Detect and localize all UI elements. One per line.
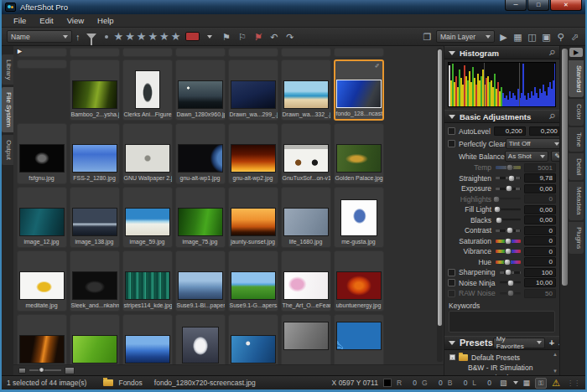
thumbnail-cell[interactable]: vista-wall...h-tree.jpg (70, 314, 120, 365)
layer-dropdown[interactable]: Main Layer (436, 30, 495, 43)
menu-view[interactable]: View (60, 14, 91, 27)
presets-filter-dropdown[interactable]: My Favorites (493, 338, 545, 348)
thumbnail-cell[interactable]: Drawn_wa...299_.jpg (228, 59, 278, 121)
slider-handle[interactable] (506, 164, 513, 172)
lock-icon[interactable]: ⚿ (535, 378, 547, 389)
exposure-slider[interactable] (496, 188, 521, 190)
thumbnail-cell[interactable]: GnuTuxSof...on-v1.jpg (281, 123, 331, 184)
thumbnail-cell-partial[interactable] (122, 48, 173, 57)
autolevel-value-1[interactable]: 0,200 (494, 126, 526, 136)
slider-handle[interactable] (505, 185, 512, 193)
saturation-slider[interactable] (496, 240, 521, 243)
white-balance-dropdown[interactable]: As Shot (505, 151, 548, 162)
slider-handle[interactable] (504, 258, 512, 266)
vibrance-value[interactable]: 0 (524, 247, 556, 256)
flag-icon[interactable]: ⚑ (221, 31, 231, 43)
preset-folder-row[interactable]: - Default Presets (449, 353, 558, 363)
slider-handle[interactable] (507, 174, 515, 182)
image-view-icon[interactable]: ▣ (541, 31, 552, 43)
menu-file[interactable]: File (7, 14, 33, 27)
contrast-value[interactable]: 0 (524, 226, 556, 235)
thumbnail-cell[interactable]: Bamboo_2...ysha.jpg (70, 59, 120, 121)
color-label-swatch[interactable] (185, 32, 200, 41)
add-preset-button[interactable]: + (549, 338, 554, 348)
thumbnail-cell[interactable]: me-gusta.jpg (334, 187, 384, 248)
fill-light-slider[interactable] (496, 209, 521, 211)
thumbnail-cell[interactable]: Suse9.1-G...apers.jpg (228, 250, 278, 312)
thumbnail-cell[interactable]: life_1680.jpg (281, 187, 331, 248)
sidebar-tab-file-system[interactable]: File System (2, 87, 13, 132)
thumbnail-cell-partial[interactable] (175, 48, 226, 57)
minimize-button[interactable]: ─ (505, 0, 527, 11)
thumbnail-cell-partial[interactable] (17, 48, 67, 57)
thumbnail-cell[interactable]: image_12.jpg (17, 187, 67, 248)
thumbnail-cell[interactable]: GNU Wallpaper 2.jpg (122, 123, 173, 184)
split-view-icon[interactable]: ◫ (527, 31, 538, 43)
sort-field-dropdown[interactable]: Name (7, 30, 72, 43)
thumbnail-cell[interactable]: Unveil.jpeg (17, 314, 67, 365)
preset-item[interactable]: B&W - IR Simulation (449, 363, 558, 373)
autolevel-checkbox[interactable] (448, 127, 455, 135)
thumbnail-cell-partial[interactable] (281, 48, 331, 57)
star-rating-filter[interactable]: ★★★★★★ (114, 30, 183, 43)
blacks-slider[interactable] (496, 219, 521, 221)
fill-light-value[interactable]: 0,00 (524, 205, 556, 214)
temp-value[interactable]: 5001 (524, 163, 556, 173)
thumbnail-cell-partial[interactable] (281, 314, 331, 365)
panel-tab-color[interactable]: Color (569, 99, 584, 125)
zoom-out-thumbnails-icon[interactable] (18, 368, 26, 374)
thumbnail-cell-partial[interactable] (334, 314, 384, 365)
slider-handle[interactable] (507, 279, 515, 286)
collapse-box-icon[interactable]: - (449, 354, 455, 360)
flag-pick-icon[interactable]: ⚐ (236, 31, 247, 43)
presets-scrollbar[interactable]: ▲ ▼ (552, 352, 558, 374)
panel-scrollbar[interactable] (559, 46, 569, 375)
blacks-value[interactable]: 0,00 (524, 215, 556, 224)
thumbnail-cell[interactable]: image_75.jpg (175, 187, 226, 248)
sharpening-value[interactable]: 100 (524, 268, 556, 277)
thumbnail-cell[interactable]: fsfgnu.jpg (17, 123, 67, 184)
hue-slider[interactable] (496, 260, 521, 264)
thumbnail-cell[interactable]: gnu-alt-wp2.jpg (228, 123, 278, 184)
slider-handle[interactable] (493, 195, 501, 203)
thumbnail-cell[interactable]: Sleek_and...nkahn.jpg (70, 250, 120, 312)
color-profile-icon[interactable]: ▧ (500, 379, 507, 387)
saturation-value[interactable]: 0 (524, 236, 556, 245)
thumbnail-cell[interactable]: image_59.jpg (122, 187, 173, 248)
eyedropper-icon[interactable]: ✎ (551, 151, 559, 162)
thumbnail-cell[interactable]: Golden Palace.jpg (334, 123, 384, 184)
magnifier-icon[interactable]: ⚲ (555, 31, 566, 43)
resize-grip[interactable]: ⋮⋮ (567, 379, 580, 387)
contrast-slider[interactable] (496, 230, 521, 232)
chevron-down-icon[interactable] (207, 35, 212, 39)
perfectly-clear-dropdown[interactable]: Tint Off (506, 138, 559, 149)
thumbnail-cell[interactable]: Drawn_wa...332_.jpg (281, 59, 331, 121)
chevron-down-icon[interactable] (513, 381, 518, 384)
slider-handle[interactable] (505, 248, 512, 255)
thumbnail-cell[interactable]: Suse9.1-Bl...papers.jpg (175, 250, 226, 312)
thumbnail-cell-partial[interactable] (17, 59, 67, 69)
basic-adjustments-header[interactable]: Basic Adjustments ⚲ (444, 110, 559, 123)
thumbnail-cell-partial[interactable] (70, 48, 120, 57)
slider-handle[interactable] (506, 290, 514, 297)
exposure-value[interactable]: 0,00 (524, 184, 556, 193)
straighten-value[interactable]: 9,78 (524, 173, 556, 183)
autolevel-value-2[interactable]: 0,200 (529, 126, 559, 136)
noise-ninja-value[interactable]: 10,00 (524, 278, 556, 287)
thumbnail-cell-partial[interactable] (228, 48, 278, 57)
perfectly-clear-checkbox[interactable] (448, 140, 455, 147)
thumbnail-cell[interactable]: The_Art_O...eFear.jpg (281, 250, 331, 312)
noise-ninja-slider[interactable] (500, 281, 521, 284)
keywords-input[interactable] (449, 311, 555, 333)
thumbnail-cell[interactable]: stripes114_kde.jpg (122, 250, 173, 312)
rotate-right-icon[interactable]: ↷ (284, 31, 295, 43)
maximize-button[interactable]: □ (527, 0, 549, 11)
thumbnail-cell[interactable]: fondo_128...ncast.jpg✐ (334, 59, 384, 121)
scroll-down-icon[interactable]: ▼ (553, 369, 558, 374)
preset-item[interactable]: B&W - Simple (449, 373, 558, 376)
thumbnail-cell[interactable]: vista-wall...r-dock.jpg (122, 314, 173, 365)
panel-tab-tone[interactable]: Tone (569, 127, 584, 152)
panel-tab-metadata[interactable]: Metadata (569, 182, 584, 219)
fullscreen-icon[interactable]: ⬀ (569, 31, 580, 43)
slideshow-icon[interactable]: ▶ (498, 31, 509, 43)
